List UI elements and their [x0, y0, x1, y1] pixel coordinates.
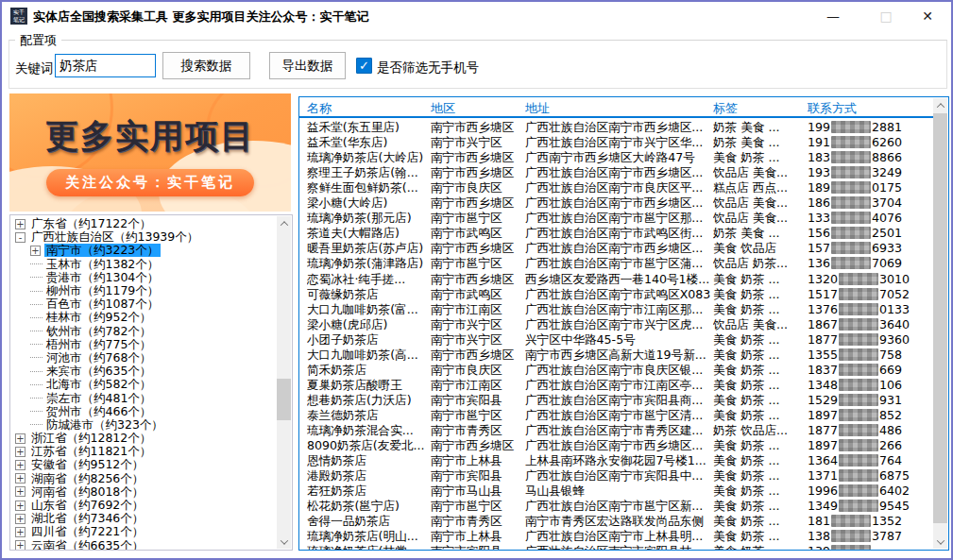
table-row[interactable]: 泰兰德奶茶店南宁市邕宁区广西壮族自治区南宁市邕宁区清...美食 奶茶 ...18…: [299, 408, 933, 423]
table-row[interactable]: 小团子奶茶店南宁市兴宁区兴宁区中华路45-5号美食 奶茶 ...18779360: [299, 332, 933, 348]
tree-item-label[interactable]: 钦州市（约782个）: [44, 325, 153, 338]
tree-item-label[interactable]: 防城港市（约323个）: [44, 418, 165, 432]
export-data-button[interactable]: 导出数据: [269, 52, 346, 79]
scroll-down-icon[interactable]: [277, 535, 291, 549]
table-row[interactable]: 琉璃净奶茶(蒲津路店)南宁市邕宁区广西壮族自治区南宁市邕宁区蒲...饮品店 奶茶…: [299, 256, 933, 271]
tree-item[interactable]: -广西壮族自治区（约13939个）: [10, 230, 278, 244]
table-row[interactable]: 暖吾里奶茶店(苏卢店)南宁市西乡塘区广西壮族自治区南宁市西乡塘区...美食 饮品…: [299, 241, 933, 256]
tree-item-label[interactable]: 贵港市（约1304个）: [44, 271, 161, 284]
tree-item[interactable]: 梧州市（约775个）: [10, 338, 278, 351]
tree-item-label[interactable]: 江苏省（约11821个）: [29, 445, 153, 458]
expand-icon[interactable]: +: [15, 219, 26, 229]
tree-item-label[interactable]: 山东省（约7692个）: [29, 499, 145, 512]
table-row[interactable]: 琉璃净奶茶店(甘棠...南宁市宾阳县广西壮族自治区南宁市宾阳县甘...美食 奶茶…: [299, 544, 933, 551]
tree-item[interactable]: 来宾市（约635个）: [10, 365, 278, 378]
tree-item[interactable]: +南宁市（约3223个）: [10, 244, 278, 257]
tree-item-label[interactable]: 百色市（约1087个）: [44, 297, 161, 311]
tree-item[interactable]: 玉林市（约1382个）: [10, 258, 278, 271]
tree-item[interactable]: 北海市（约582个）: [10, 378, 278, 391]
tree-item[interactable]: +广东省（约17122个）: [10, 217, 278, 230]
expand-icon[interactable]: +: [15, 486, 26, 497]
table-row[interactable]: 察鲜生面包鲜奶茶(...南宁市良庆区广西壮族自治区南宁市良庆区平...糕点店 西…: [299, 180, 933, 195]
expand-icon[interactable]: +: [15, 447, 26, 457]
expand-icon[interactable]: +: [30, 246, 41, 256]
table-row[interactable]: 恋蜀冰社·纯手搓...南宁市西乡塘区西乡塘区友爱路西一巷140号1楼...美食 …: [299, 272, 933, 287]
table-row[interactable]: 恩情奶茶店南宁市上林县上林县南环路永安御花园7号楼1...美食 奶茶 ...13…: [299, 453, 933, 468]
column-header[interactable]: 地址: [525, 100, 710, 117]
table-row[interactable]: 松花奶茶(邕宁店)南宁市邕宁区广西壮族自治区南宁市邕宁区新...美食 奶茶 ..…: [299, 499, 933, 514]
table-row[interactable]: 益禾堂(华东店)南宁市兴宁区广西壮族自治区南宁市兴宁区华...奶茶 美食 ...…: [299, 135, 933, 150]
table-row[interactable]: 8090奶茶店(友爱北...南宁市西乡塘区广西壮族自治区南宁市西乡塘区...美食…: [299, 438, 933, 453]
tree-item-label[interactable]: 贺州市（约466个）: [44, 405, 153, 418]
table-row[interactable]: 琉璃净奶茶店(大岭店)南宁市西乡塘区广西南宁市西乡塘区大岭路47号美食 奶茶 .…: [299, 150, 933, 165]
tree-item-label[interactable]: 崇左市（约481个）: [44, 392, 153, 405]
tree-item[interactable]: +湖南省（约8256个）: [10, 472, 278, 485]
expand-icon[interactable]: +: [15, 460, 26, 470]
tree-scrollbar-thumb[interactable]: [277, 379, 291, 420]
column-header[interactable]: 地区: [431, 100, 522, 117]
tree-item[interactable]: +安徽省（约9512个）: [10, 458, 278, 471]
table-row[interactable]: 简禾奶茶店南宁市良庆区广西壮族自治区南宁市良庆区银...美食 奶茶 ...183…: [299, 363, 933, 378]
table-row[interactable]: 察理王子奶茶店(翰...南宁市西乡塘区广西壮族自治区南宁市西乡塘区...饮品店 …: [299, 165, 933, 180]
tree-item-label[interactable]: 安徽省（约9512个）: [29, 458, 145, 471]
tree-item-label[interactable]: 桂林市（约952个）: [44, 311, 153, 324]
expand-icon[interactable]: +: [15, 473, 26, 484]
tree-item[interactable]: 贺州市（约466个）: [10, 405, 278, 418]
scroll-down-icon[interactable]: [933, 535, 947, 549]
tree-item-label[interactable]: 玉林市（约1382个）: [44, 258, 161, 271]
expand-icon[interactable]: +: [15, 501, 26, 511]
tree-item[interactable]: +浙江省（约12812个）: [10, 432, 278, 445]
expand-icon[interactable]: +: [15, 433, 26, 444]
tree-item-label[interactable]: 河南省（约8018个）: [29, 485, 145, 499]
tree-item-label[interactable]: 河池市（约768个）: [44, 351, 153, 365]
table-row[interactable]: 港殿奶茶店南宁市宾阳县广西壮族自治区南宁市宾阳县中...美食 奶茶 ...137…: [299, 468, 933, 484]
tree-item[interactable]: 钦州市（约782个）: [10, 325, 278, 338]
table-row[interactable]: 琉璃净奶茶店(明山...南宁市上林县广西壮族自治区南宁市上林县明...美食 奶茶…: [299, 529, 933, 544]
scroll-up-icon[interactable]: [277, 216, 291, 230]
tree-item-label[interactable]: 来宾市（约635个）: [44, 365, 153, 378]
tree-item[interactable]: 柳州市（约1179个）: [10, 284, 278, 297]
table-scrollbar[interactable]: [933, 98, 947, 549]
tree-item[interactable]: +四川省（约7221个）: [10, 525, 278, 538]
tree-item[interactable]: +云南省（约6635个）: [10, 539, 278, 552]
tree-item[interactable]: +湖北省（约7346个）: [10, 512, 278, 525]
column-header[interactable]: 联系方式: [808, 100, 938, 117]
expand-icon[interactable]: +: [15, 540, 26, 551]
table-scrollbar-thumb[interactable]: [933, 113, 947, 523]
table-row[interactable]: 可薇缘奶茶店南宁市武鸣区广西壮族自治区南宁市武鸣区X083美食 奶茶 ...15…: [299, 287, 933, 302]
table-row[interactable]: 茶道夫(大帽路店)南宁市武鸣区广西壮族自治区南宁市武鸣区街...奶茶 美食 ..…: [299, 226, 933, 241]
collapse-icon[interactable]: -: [15, 232, 26, 243]
tree-item-label[interactable]: 广东省（约17122个）: [29, 217, 153, 230]
tree-item-label[interactable]: 柳州市（约1179个）: [44, 284, 161, 297]
table-row[interactable]: 梁小糖(虎邱店)南宁市兴宁区广西壮族自治区南宁市兴宁区虎...饮品店 美食...…: [299, 317, 933, 332]
tree-item-label-selected[interactable]: 南宁市（约3223个）: [44, 244, 161, 257]
tree-item-label[interactable]: 广西壮族自治区（约13939个）: [29, 230, 200, 244]
table-row[interactable]: 若狂奶茶店南宁市马山县马山县银蜂美食 奶茶 ...19966402: [299, 484, 933, 499]
title-bar[interactable]: 实干 笔记 实体店全国搜索采集工具 更多实用项目关注公众号：实干笔记 — □ ✕: [2, 2, 951, 30]
tree-item[interactable]: 河池市（约768个）: [10, 351, 278, 365]
tree-item-label[interactable]: 湖南省（约8256个）: [29, 472, 145, 485]
tree-item[interactable]: 百色市（约1087个）: [10, 297, 278, 311]
table-row[interactable]: 梁小糖(大岭店)南宁市西乡塘区广西壮族自治区南宁市西乡塘区...饮品店 美食..…: [299, 195, 933, 211]
tree-item-label[interactable]: 湖北省（约7346个）: [29, 512, 145, 525]
keyword-input[interactable]: [55, 54, 156, 77]
tree-item-label[interactable]: 梧州市（约775个）: [44, 338, 153, 351]
table-row[interactable]: 琉璃净奶茶(那元店)南宁市邕宁区广西壮族自治区南宁市邕宁区那...饮品店 美食.…: [299, 211, 933, 226]
table-row[interactable]: 大口九咖啡奶茶(高...南宁市西乡塘区南宁市西乡塘区高新大道19号新...美食 …: [299, 348, 933, 363]
tree-item[interactable]: 崇左市（约481个）: [10, 391, 278, 404]
tree-item[interactable]: 贵港市（约1304个）: [10, 271, 278, 284]
expand-icon[interactable]: +: [15, 527, 26, 537]
expand-icon[interactable]: +: [15, 514, 26, 524]
close-button[interactable]: ✕: [910, 2, 944, 30]
table-row[interactable]: 益禾堂(东五里店)南宁市西乡塘区广西壮族自治区南宁市西乡塘区...奶茶 美食 .…: [299, 120, 933, 135]
scroll-up-icon[interactable]: [933, 98, 947, 112]
tree-item-label[interactable]: 四川省（约7221个）: [29, 525, 145, 538]
tree-item[interactable]: 桂林市（约952个）: [10, 311, 278, 324]
table-row[interactable]: 想巷奶茶店(力沃店)南宁市宾阳县广西壮族自治区南宁市宾阳县商...美食 奶茶 .…: [299, 393, 933, 408]
filter-phone-checkbox[interactable]: ✓: [356, 58, 372, 74]
column-header[interactable]: 名称: [307, 100, 428, 117]
tree-item[interactable]: 防城港市（约323个）: [10, 418, 278, 432]
tree-scrollbar[interactable]: [277, 216, 291, 549]
tree-item-label[interactable]: 北海市（约582个）: [44, 378, 153, 391]
table-row[interactable]: 舍得一品奶茶店南宁市青秀区南宁市青秀区宏达路联发尚品东侧美食 奶茶 ...181…: [299, 514, 933, 529]
